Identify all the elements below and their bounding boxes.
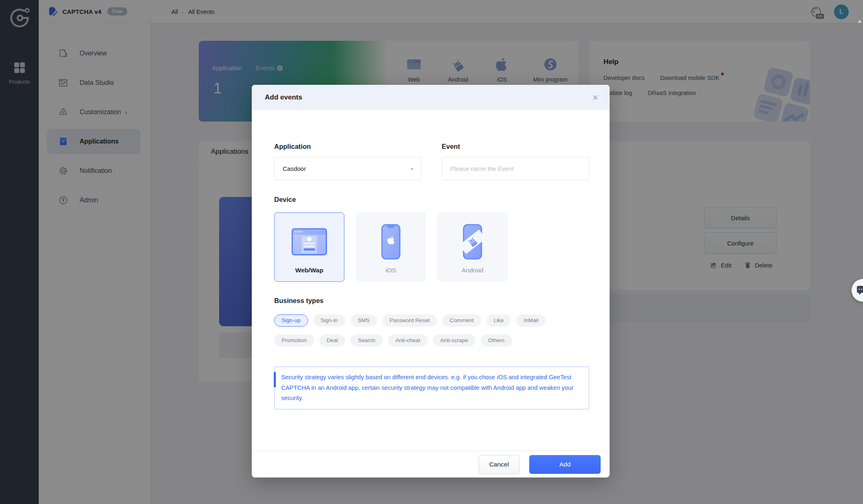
application-select[interactable]: Casdoor ▾ [274,157,421,180]
chip-deal[interactable]: Deal [319,334,346,347]
close-icon[interactable]: ✕ [581,85,610,110]
chip-others[interactable]: Others [481,334,512,347]
scrollbar-up-arrow[interactable] [858,20,862,23]
device-option-label: Android [438,267,507,274]
application-field-label: Application [274,143,421,150]
device-options: Web/Wap iOS [274,212,589,282]
device-option-label: Web/Wap [275,267,344,274]
chevron-down-icon: ▾ [410,166,413,172]
chip-search[interactable]: Search [351,334,383,347]
chip-anti-scrape[interactable]: Anti-scrape [433,334,475,347]
business-type-chips: Sign-up Sign-in SMS Password Reset Comme… [274,314,560,347]
iphone-icon [356,223,426,261]
chip-inmail[interactable]: InMail [516,314,546,327]
event-field-label: Event [442,143,590,150]
add-button[interactable]: Add [529,455,601,474]
device-section-label: Device [274,196,589,203]
device-option-web-wap[interactable]: Web/Wap [274,212,344,282]
application-select-value: Casdoor [283,165,306,172]
modal-title: Add events [265,93,302,102]
notice-text: Security strategy varies slightly based … [281,372,579,404]
modal-body: Application Casdoor ▾ Event Device [252,143,610,409]
chip-sign-up[interactable]: Sign-up [274,314,308,327]
business-types-label: Business types [274,297,589,305]
device-option-ios[interactable]: iOS [356,212,426,282]
app-root: Products CAPTCHA v4 Free Overview [0,0,863,504]
notice-accent-bar [274,372,276,387]
modal-header: Add events [252,85,610,110]
chip-comment[interactable]: Comment [442,314,481,327]
browser-window-icon [275,223,344,261]
chip-password-reset[interactable]: Password Reset [382,314,437,327]
device-option-label: iOS [356,267,426,274]
chip-anti-cheat[interactable]: Anti-cheat [388,334,428,347]
chip-like[interactable]: Like [486,314,511,327]
android-phone-icon [438,223,507,261]
add-events-modal: Add events ✕ Application Casdoor ▾ Event… [252,85,610,477]
chip-promotion[interactable]: Promotion [274,334,314,347]
chip-sms[interactable]: SMS [351,314,377,327]
event-name-input[interactable] [442,157,590,180]
modal-footer: Cancel Add [252,451,610,477]
chat-bubble-icon [857,286,863,293]
chip-sign-in[interactable]: Sign-in [313,314,345,327]
security-notice: Security strategy varies slightly based … [274,367,589,409]
device-option-android[interactable]: Android [437,212,508,282]
cancel-button[interactable]: Cancel [479,455,519,474]
